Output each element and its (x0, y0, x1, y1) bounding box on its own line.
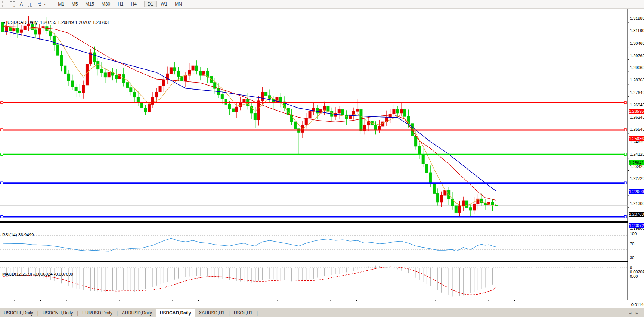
fibonacci-tool-button[interactable]: F (6, 0, 17, 8)
candle-body (170, 68, 172, 74)
candle-body (396, 109, 399, 113)
candle-body (495, 205, 498, 206)
candle-body (137, 97, 139, 103)
price-tick-label: 1.26240 (630, 115, 644, 119)
candle-body (162, 80, 165, 86)
level-drag-handle[interactable] (624, 182, 626, 184)
candle-body (206, 71, 209, 76)
scroll-left-icon[interactable]: ◄ (628, 311, 635, 315)
toolbar-separator (142, 1, 142, 7)
candle-body (491, 202, 494, 205)
tab-scroll-arrows[interactable]: ◄► (628, 311, 642, 315)
scroll-right-icon[interactable]: ► (635, 311, 642, 315)
toolbar: F A T ▾ M1 M5 M15 M30 H1 H4 D1 W1 MN (0, 0, 644, 9)
level-drag-handle[interactable] (1, 102, 3, 104)
timeframe-mn-button[interactable]: MN (171, 1, 185, 7)
candle-body (473, 204, 476, 210)
tab-usdchf-daily[interactable]: USDCHF,Daily (0, 309, 37, 317)
timeframe-w1-button[interactable]: W1 (157, 1, 171, 7)
chart-quote-header: ▼USDCAD,Daily 1.20755 1.20849 1.20702 1.… (3, 20, 109, 25)
text-tool-button[interactable]: A (17, 0, 26, 8)
chart-area[interactable]: ▼USDCAD,Daily 1.20755 1.20849 1.20702 1.… (0, 9, 644, 308)
level-drag-handle[interactable] (624, 216, 626, 218)
rsi-value: 36.9499 (18, 233, 34, 237)
collapse-triangle-icon[interactable]: ▼ (3, 21, 6, 25)
level-drag-handle[interactable] (624, 129, 626, 131)
symbol-period-label: USDCAD,Daily (7, 20, 38, 25)
candle-body (78, 91, 81, 93)
rsi-panel-frame (0, 223, 628, 261)
level-drag-handle[interactable] (1, 216, 3, 218)
toolbar-grip-2[interactable] (50, 1, 52, 7)
tab-usdcnh-daily[interactable]: USDCNH,Daily (39, 309, 77, 317)
candle-body (82, 85, 85, 93)
level-drag-handle[interactable] (624, 102, 626, 104)
macd-axis-min: -0.011462 (630, 302, 644, 307)
timeframe-m1-button[interactable]: M1 (55, 1, 68, 7)
level-drag-handle[interactable] (1, 129, 3, 131)
candle-body (126, 83, 129, 88)
candle-body (261, 92, 264, 101)
tab-usdcad-daily-active[interactable]: USDCAD,Daily (156, 309, 195, 317)
tab-usoil-h1[interactable]: USOil,H1 (230, 309, 256, 317)
candle-body (298, 129, 300, 132)
level-price-tag[interactable]: 1.22000 (629, 189, 644, 194)
main-panel-frame (0, 9, 628, 222)
macd-axis-zero: 0.00 (630, 274, 638, 279)
arrows-icon (37, 1, 43, 7)
price-tick-label: 1.30460 (630, 41, 644, 46)
candle-body (305, 118, 307, 125)
candle-body (393, 109, 395, 114)
candle-body (133, 92, 136, 97)
rsi-axis-70: 70 (630, 242, 634, 246)
timeframe-m15-button[interactable]: M15 (82, 1, 97, 7)
level-drag-handle[interactable] (624, 153, 626, 155)
macd-indicator-label: MACD(12,26,9) -0.006024 -0.007690 (2, 272, 73, 276)
quote-open: 1.20755 (40, 20, 56, 25)
candle-body (462, 201, 465, 206)
level-price-tag[interactable]: 1.20072 (629, 223, 644, 228)
price-tick-label: 1.21300 (630, 201, 644, 206)
candle-body (64, 66, 66, 74)
candle-body (93, 53, 96, 61)
candle-body (56, 45, 59, 55)
candle-body (177, 71, 180, 76)
candle-body (144, 108, 147, 112)
price-tick-label: 1.27640 (630, 90, 644, 95)
chevron-down-icon: ▾ (44, 3, 46, 6)
timeframe-d1-button[interactable]: D1 (144, 1, 157, 7)
candle-body (108, 72, 110, 77)
arrow-tools-button[interactable]: ▾ (35, 0, 48, 8)
candle-body (254, 113, 256, 120)
rsi-name: RSI(14) (2, 233, 17, 237)
tab-eurusd-daily[interactable]: EURUSD,Daily (78, 309, 116, 317)
tab-xauusd-h1[interactable]: XAUUSD,H1 (195, 309, 228, 317)
tab-audusd-daily[interactable]: AUDUSD,Daily (118, 309, 156, 317)
timeframe-m30-button[interactable]: M30 (98, 1, 114, 7)
level-drag-handle[interactable] (1, 182, 3, 184)
timeframe-h1-button[interactable]: H1 (114, 1, 127, 7)
candle-body (422, 154, 424, 164)
candle-body (5, 27, 8, 32)
candle-body (338, 109, 340, 113)
candle-body (100, 69, 103, 73)
candle-body (199, 71, 202, 75)
rsi-axis-30: 30 (630, 255, 634, 260)
level-price-tag[interactable]: 1.26595 (629, 109, 644, 114)
toolbar-grip[interactable] (2, 1, 4, 7)
candle-body (425, 164, 428, 173)
chart-canvas[interactable] (0, 9, 644, 308)
timeframe-h4-button[interactable]: H4 (128, 1, 140, 7)
candle-body (235, 107, 238, 112)
candle-body (104, 73, 106, 77)
text-label-tool-button[interactable]: T (26, 0, 35, 8)
quote-low: 1.20702 (75, 20, 91, 25)
price-tick-label: 1.31180 (630, 28, 644, 33)
timeframe-m5-button[interactable]: M5 (68, 1, 81, 7)
tab-separator: | (256, 310, 258, 317)
level-price-tag[interactable]: 1.23641 (629, 160, 644, 165)
level-price-tag[interactable]: 1.25036 (629, 136, 644, 141)
candle-body (60, 55, 63, 66)
candle-body (71, 81, 74, 87)
level-drag-handle[interactable] (1, 153, 3, 155)
